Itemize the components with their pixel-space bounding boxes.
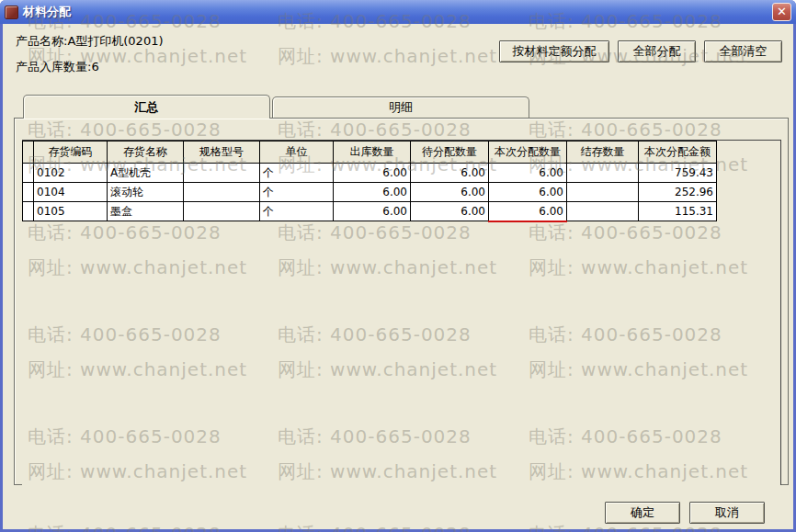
cell[interactable]: 6.00 — [489, 202, 567, 221]
table-header-row: 存货编码存货名称规格型号单位出库数量待分配数量本次分配数量结存数量本次分配金额 — [23, 141, 717, 164]
material-allocation-dialog: 材料分配 ✕ 产品名称:A型打印机(0201) 产品入库数量:6 按材料定额分配… — [0, 0, 796, 532]
window-title: 材料分配 — [23, 4, 772, 20]
cell[interactable] — [567, 183, 639, 202]
table-body: 0102A型机壳个6.006.006.00759.430104滚动轮个6.006… — [23, 164, 717, 221]
cell[interactable]: 252.96 — [639, 183, 717, 202]
cell[interactable]: 6.00 — [411, 202, 489, 221]
column-header-6: 本次分配数量 — [489, 141, 567, 164]
cell[interactable]: 个 — [260, 183, 334, 202]
tab-detail[interactable]: 明细 — [272, 96, 529, 119]
cell[interactable] — [567, 164, 639, 183]
column-header-0: 存货编码 — [34, 141, 108, 164]
column-header-1: 存货名称 — [108, 141, 184, 164]
cell[interactable]: 6.00 — [411, 183, 489, 202]
cell[interactable]: 个 — [260, 202, 334, 221]
cell[interactable]: 0102 — [34, 164, 108, 183]
cell[interactable]: 6.00 — [334, 202, 411, 221]
cell[interactable]: 6.00 — [334, 164, 411, 183]
cell[interactable]: 个 — [260, 164, 334, 183]
cancel-button[interactable]: 取消 — [689, 502, 765, 524]
allocation-table: 存货编码存货名称规格型号单位出库数量待分配数量本次分配数量结存数量本次分配金额 … — [22, 141, 717, 222]
column-header-5: 待分配数量 — [411, 141, 489, 164]
allocation-grid-area: 存货编码存货名称规格型号单位出库数量待分配数量本次分配数量结存数量本次分配金额 … — [22, 140, 781, 485]
table-row: 0104滚动轮个6.006.006.00252.96 — [23, 183, 717, 202]
cell[interactable]: 6.00 — [489, 183, 567, 202]
table-row: 0105墨盒个6.006.006.00115.31 — [23, 202, 717, 221]
column-header-7: 结存数量 — [567, 141, 639, 164]
summary-tab-page: 存货编码存货名称规格型号单位出库数量待分配数量本次分配数量结存数量本次分配金额 … — [14, 118, 789, 485]
product-name-label: 产品名称:A型打印机(0201) — [16, 33, 164, 50]
allocate-by-quota-button[interactable]: 按材料定额分配 — [499, 40, 609, 62]
column-header-8: 本次分配金额 — [639, 141, 717, 164]
clear-all-button[interactable]: 全部清空 — [704, 40, 782, 62]
row-selector-header — [23, 141, 34, 164]
cell[interactable]: 6.00 — [334, 183, 411, 202]
cell[interactable] — [184, 183, 260, 202]
titlebar[interactable]: 材料分配 ✕ — [0, 0, 796, 24]
dialog-client-area: 产品名称:A型打印机(0201) 产品入库数量:6 按材料定额分配 全部分配 全… — [3, 24, 793, 529]
cell[interactable]: 滚动轮 — [108, 183, 184, 202]
allocation-toolbar: 按材料定额分配 全部分配 全部清空 — [499, 40, 782, 62]
row-selector[interactable] — [23, 164, 34, 183]
cell[interactable]: 6.00 — [411, 164, 489, 183]
close-icon[interactable]: ✕ — [772, 3, 791, 21]
cell[interactable]: 6.00 — [489, 164, 567, 183]
cell[interactable]: 759.43 — [639, 164, 717, 183]
cell[interactable] — [184, 202, 260, 221]
cell[interactable]: 115.31 — [639, 202, 717, 221]
row-selector[interactable] — [23, 183, 34, 202]
ok-button[interactable]: 确定 — [605, 502, 680, 524]
cell[interactable]: A型机壳 — [108, 164, 184, 183]
product-qty-label: 产品入库数量:6 — [16, 59, 99, 75]
allocate-all-button[interactable]: 全部分配 — [618, 40, 696, 62]
cell[interactable]: 墨盒 — [108, 202, 184, 221]
cell[interactable]: 0104 — [34, 183, 108, 202]
tab-summary[interactable]: 汇总 — [23, 95, 270, 119]
app-icon — [5, 6, 18, 19]
cell[interactable]: 0105 — [34, 202, 108, 221]
table-row: 0102A型机壳个6.006.006.00759.43 — [23, 164, 717, 183]
column-header-4: 出库数量 — [334, 141, 411, 164]
cell[interactable] — [184, 164, 260, 183]
cell[interactable] — [567, 202, 639, 221]
column-header-2: 规格型号 — [184, 141, 260, 164]
row-selector[interactable] — [23, 202, 34, 221]
column-header-3: 单位 — [260, 141, 334, 164]
